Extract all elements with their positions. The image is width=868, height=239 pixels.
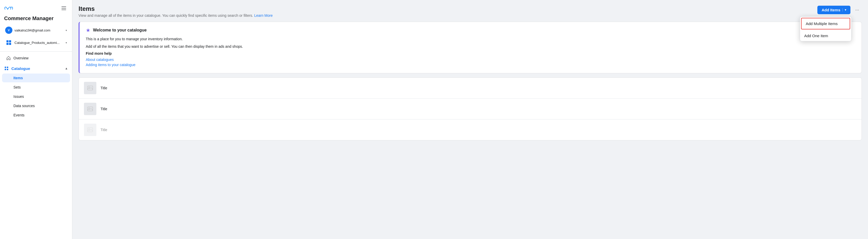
page-header: Items View and manage all of the items i… xyxy=(79,5,862,18)
header-actions: Add Items ▾ ··· Add Multiple Items Add O… xyxy=(817,5,862,14)
adding-items-link[interactable]: Adding items to your catalogue xyxy=(86,63,855,67)
sidebar-item-items[interactable]: Items xyxy=(2,74,70,82)
issues-label: Issues xyxy=(13,95,24,99)
data-sources-label: Data sources xyxy=(13,104,35,108)
welcome-banner: ★ Welcome to your catalogue This is a pl… xyxy=(79,22,862,73)
item-thumbnail-2 xyxy=(84,103,96,115)
events-label: Events xyxy=(13,113,25,117)
account-selector[interactable]: V vaikalra194@gmail.com ▾ xyxy=(2,25,70,36)
app-title: Commerce Manager xyxy=(0,14,72,25)
welcome-banner-header: ★ Welcome to your catalogue xyxy=(86,27,855,33)
table-row[interactable]: Title xyxy=(79,120,862,140)
sets-label: Sets xyxy=(13,85,21,89)
overview-label: Overview xyxy=(13,56,28,60)
star-icon: ★ xyxy=(86,27,90,33)
add-items-label: Add Items xyxy=(822,8,840,12)
main-content: Items View and manage all of the items i… xyxy=(72,0,868,239)
items-label: Items xyxy=(13,76,23,80)
welcome-text-2: Add of all the items that you want to ad… xyxy=(86,44,855,49)
image-placeholder-icon xyxy=(87,85,93,91)
item-thumbnail-1 xyxy=(84,82,96,94)
dropdown-item-add-multiple[interactable]: Add Multiple Items xyxy=(801,18,850,29)
page-subtitle: View and manage all of the items in your… xyxy=(79,13,273,18)
catalogue-grid-icon xyxy=(4,66,9,71)
sidebar-item-sets[interactable]: Sets xyxy=(2,83,70,92)
svg-rect-2 xyxy=(5,69,6,70)
sidebar-item-issues[interactable]: Issues xyxy=(2,92,70,101)
page-title-area: Items View and manage all of the items i… xyxy=(79,5,273,18)
table-row[interactable]: Title xyxy=(79,78,862,99)
svg-point-9 xyxy=(89,129,90,130)
item-title-1: Title xyxy=(100,86,107,90)
sidebar-catalogue-section[interactable]: Catalogue ▲ xyxy=(0,64,72,73)
svg-rect-1 xyxy=(7,67,8,68)
sidebar-header xyxy=(0,0,72,14)
items-table: Title Title Title xyxy=(79,77,862,140)
svg-rect-0 xyxy=(5,67,6,68)
about-catalogues-link[interactable]: About catalogues xyxy=(86,58,855,62)
add-multiple-label: Add Multiple Items xyxy=(806,22,838,26)
sidebar-item-events[interactable]: Events xyxy=(2,111,70,120)
avatar: V xyxy=(5,27,12,34)
sidebar-item-data-sources[interactable]: Data sources xyxy=(2,101,70,110)
image-placeholder-icon xyxy=(87,127,93,133)
svg-point-5 xyxy=(89,87,90,88)
dropdown-item-add-one[interactable]: Add One Item xyxy=(800,30,851,41)
hamburger-line-2 xyxy=(61,8,66,8)
catalogue-section-label: Catalogue xyxy=(4,66,30,71)
hamburger-button[interactable] xyxy=(60,4,68,12)
svg-point-7 xyxy=(89,108,90,109)
grid-icon xyxy=(5,39,12,46)
item-thumbnail-3 xyxy=(84,124,96,136)
meta-logo xyxy=(4,6,13,11)
catalogue-label: Catalogue xyxy=(11,66,30,71)
page-title: Items xyxy=(79,5,273,12)
svg-rect-3 xyxy=(7,69,8,70)
more-options-button[interactable]: ··· xyxy=(852,5,862,14)
sidebar-item-overview[interactable]: Overview xyxy=(2,53,70,63)
welcome-title: Welcome to your catalogue xyxy=(93,28,147,33)
sidebar: Commerce Manager V vaikalra194@gmail.com… xyxy=(0,0,72,239)
dropdown-arrow-icon: ▾ xyxy=(842,8,846,12)
table-row[interactable]: Title xyxy=(79,99,862,120)
add-items-dropdown: Add Multiple Items Add One Item xyxy=(800,16,851,41)
subtitle-text: View and manage all of the items in your… xyxy=(79,13,253,18)
add-items-button[interactable]: Add Items ▾ xyxy=(817,6,850,14)
chevron-down-icon-catalogue: ▾ xyxy=(66,41,67,44)
meta-logo-svg xyxy=(4,6,13,11)
hamburger-line-1 xyxy=(61,6,66,7)
catalogue-name: Catalogue_Products_automi... xyxy=(14,41,64,45)
account-name: vaikalra194@gmail.com xyxy=(14,28,64,32)
image-placeholder-icon xyxy=(87,106,93,112)
chevron-up-icon: ▲ xyxy=(65,67,68,70)
more-options-icon: ··· xyxy=(855,7,859,13)
chevron-down-icon: ▾ xyxy=(66,29,67,32)
hamburger-line-3 xyxy=(61,9,66,10)
welcome-text-1: This is a place for you to manage your i… xyxy=(86,36,855,42)
add-one-label: Add One Item xyxy=(804,34,828,38)
item-title-3: Title xyxy=(100,128,107,132)
item-title-2: Title xyxy=(100,107,107,111)
find-help-label: Find more help xyxy=(86,52,855,56)
learn-more-link[interactable]: Learn More xyxy=(254,13,273,18)
home-icon xyxy=(6,56,11,60)
catalogue-selector[interactable]: Catalogue_Products_automi... ▾ xyxy=(2,37,70,48)
